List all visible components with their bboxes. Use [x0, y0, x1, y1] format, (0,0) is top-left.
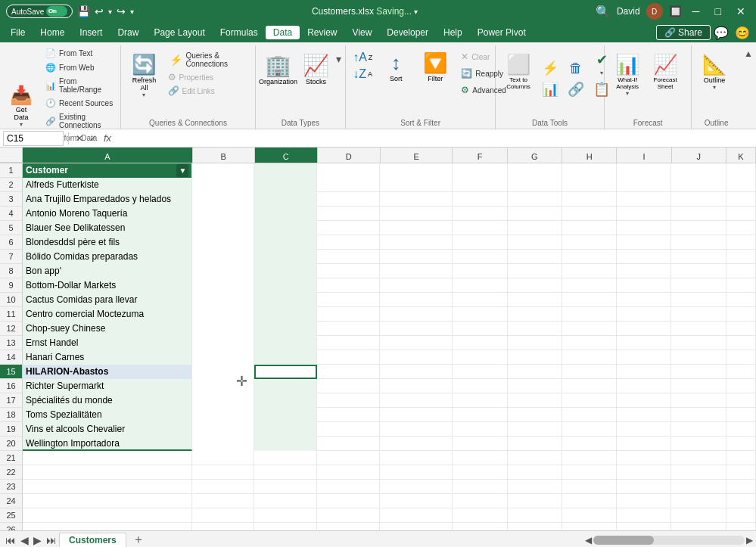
row-8[interactable]: 8 — [0, 264, 22, 278]
cell-k15[interactable] — [726, 365, 756, 379]
cell-d3[interactable] — [317, 192, 380, 207]
row-11[interactable]: 11 — [0, 307, 22, 322]
cell-b2[interactable] — [192, 178, 254, 192]
cell-k6[interactable] — [726, 235, 756, 250]
cell-a23[interactable] — [23, 480, 192, 494]
cell-h4[interactable] — [562, 207, 617, 221]
cell-g19[interactable] — [508, 422, 562, 437]
cell-c14[interactable] — [254, 350, 317, 365]
cell-j5[interactable] — [671, 221, 726, 235]
cell-h11[interactable] — [562, 307, 617, 322]
cell-j19[interactable] — [671, 422, 726, 437]
cell-j16[interactable] — [671, 379, 726, 393]
cell-j3[interactable] — [671, 192, 726, 207]
cell-f10[interactable] — [453, 293, 507, 307]
menu-home[interactable]: Home — [33, 26, 72, 39]
row-24[interactable]: 24 — [0, 494, 22, 508]
cell-i4[interactable] — [617, 207, 671, 221]
col-header-f[interactable]: F — [453, 148, 507, 163]
cell-j20[interactable] — [671, 437, 726, 451]
col-header-c[interactable]: C — [255, 148, 318, 163]
search-icon[interactable]: 🔍 — [596, 5, 611, 19]
row-7[interactable]: 7 — [0, 250, 22, 264]
cell-i9[interactable] — [617, 278, 671, 293]
cell-j11[interactable] — [671, 307, 726, 322]
cell-g18[interactable] — [508, 408, 562, 422]
tab-prev-btn[interactable]: ◀ — [18, 534, 31, 546]
cell-k8[interactable] — [726, 264, 756, 278]
cell-e19[interactable] — [380, 422, 453, 437]
cell-a20[interactable]: Wellington Importadora — [23, 437, 192, 451]
cancel-formula-btn[interactable]: ✕ — [73, 133, 86, 144]
cell-h7[interactable] — [562, 250, 617, 264]
menu-formulas[interactable]: Formulas — [213, 26, 266, 39]
sort-descending-btn[interactable]: ↓Z A — [350, 67, 375, 82]
cell-j15[interactable] — [671, 365, 726, 379]
cell-a3[interactable]: Ana Trujillo Emparedados y helados — [23, 192, 192, 207]
cell-c15[interactable] — [254, 365, 317, 379]
cell-k2[interactable] — [726, 178, 756, 192]
cell-a13[interactable]: Ernst Handel — [23, 336, 192, 350]
cell-g7[interactable] — [508, 250, 562, 264]
cell-h12[interactable] — [562, 322, 617, 336]
cell-k1[interactable] — [726, 163, 756, 178]
cell-b19[interactable] — [192, 422, 254, 437]
cell-c11[interactable] — [254, 307, 317, 322]
menu-review[interactable]: Review — [300, 26, 344, 39]
cell-f2[interactable] — [453, 178, 507, 192]
cell-k19[interactable] — [726, 422, 756, 437]
row-19[interactable]: 19 — [0, 422, 22, 437]
cell-name-box[interactable] — [3, 131, 64, 146]
cell-j8[interactable] — [671, 264, 726, 278]
cell-j13[interactable] — [671, 336, 726, 350]
cell-b9[interactable] — [192, 278, 254, 293]
col-header-h[interactable]: H — [562, 148, 617, 163]
horizontal-scrollbar[interactable]: ◀ ▶ — [585, 535, 753, 545]
cell-c5[interactable] — [254, 221, 317, 235]
cell-h14[interactable] — [562, 350, 617, 365]
cell-c1[interactable] — [254, 163, 317, 178]
cell-c13[interactable] — [254, 336, 317, 350]
cell-d15[interactable] — [317, 365, 380, 379]
cell-k3[interactable] — [726, 192, 756, 207]
properties-btn[interactable]: ⚙ Properties — [165, 71, 250, 83]
autosave-toggle[interactable]: On — [46, 6, 67, 17]
cell-f19[interactable] — [453, 422, 507, 437]
col-header-d[interactable]: D — [318, 148, 381, 163]
cell-j14[interactable] — [671, 350, 726, 365]
cell-b3[interactable] — [192, 192, 254, 207]
sort-btn[interactable]: ↕ Sort — [378, 48, 414, 85]
cell-g15[interactable] — [508, 365, 562, 379]
cell-d16[interactable] — [317, 379, 380, 393]
cell-e20[interactable] — [380, 437, 453, 451]
smiley-icon[interactable]: 😊 — [732, 26, 753, 40]
cell-k12[interactable] — [726, 322, 756, 336]
cell-f17[interactable] — [453, 393, 507, 408]
cell-i10[interactable] — [617, 293, 671, 307]
cell-a24[interactable] — [23, 494, 192, 508]
cell-c16[interactable] — [254, 379, 317, 393]
cell-f14[interactable] — [453, 350, 507, 365]
cell-a10[interactable]: Cactus Comidas para llevar — [23, 293, 192, 307]
from-web-btn[interactable]: 🌐 From Web — [41, 61, 117, 74]
row-3[interactable]: 3 — [0, 192, 22, 207]
row-23[interactable]: 23 — [0, 480, 22, 494]
cell-a19[interactable]: Vins et alcools Chevalier — [23, 422, 192, 437]
cell-i1[interactable] — [617, 163, 671, 178]
cell-g6[interactable] — [508, 235, 562, 250]
cell-j6[interactable] — [671, 235, 726, 250]
cell-a11[interactable]: Centro comercial Moctezuma — [23, 307, 192, 322]
col-header-k[interactable]: K — [726, 148, 756, 163]
menu-insert[interactable]: Insert — [72, 26, 110, 39]
outline-btn[interactable]: 📐 Outline ▾ — [696, 50, 733, 94]
cell-e11[interactable] — [380, 307, 453, 322]
cell-d20[interactable] — [317, 437, 380, 451]
forecast-sheet-btn[interactable]: 📈 ForecastSheet — [647, 50, 683, 93]
cell-d1[interactable] — [317, 163, 380, 178]
recent-sources-btn[interactable]: 🕐 Recent Sources — [41, 97, 117, 110]
redo-icon[interactable]: ↪ — [117, 5, 126, 17]
menu-developer[interactable]: Developer — [379, 26, 436, 39]
cell-j17[interactable] — [671, 393, 726, 408]
from-text-btn[interactable]: 📄 From Text — [41, 47, 117, 60]
cell-e10[interactable] — [380, 293, 453, 307]
